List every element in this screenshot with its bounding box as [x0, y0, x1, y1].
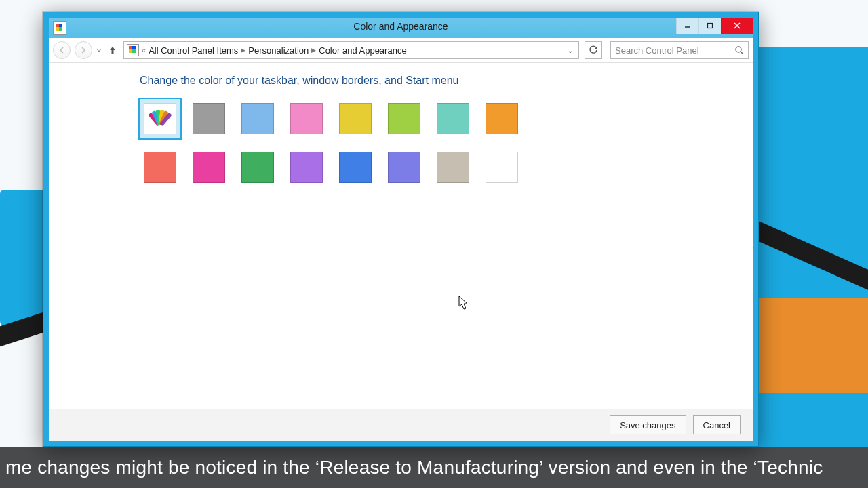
color-swatch[interactable]: [237, 148, 278, 187]
color-swatch[interactable]: [481, 99, 522, 138]
chevron-right-icon: ▶: [311, 47, 316, 54]
color-swatch[interactable]: [286, 99, 327, 138]
swatch-fill: [339, 103, 372, 134]
swatch-fill: [339, 152, 372, 183]
swatch-fill: [486, 152, 518, 183]
search-icon: [734, 45, 744, 55]
maximize-icon: [707, 22, 713, 29]
color-swatch-automatic[interactable]: [140, 99, 180, 138]
swatch-fill: [241, 152, 274, 183]
maximize-button[interactable]: [698, 18, 721, 34]
color-swatch[interactable]: [433, 99, 473, 138]
breadcrumb-lead: «: [142, 46, 146, 54]
caption-overlay: me changes might be noticed in the ‘Rele…: [0, 447, 868, 488]
close-button[interactable]: [721, 18, 753, 34]
breadcrumb-item[interactable]: All Control Panel Items: [149, 45, 238, 56]
breadcrumb-item[interactable]: Color and Appearance: [319, 45, 406, 56]
swatch-fill: [437, 152, 469, 183]
swatch-fill: [193, 103, 225, 134]
color-fan-icon: [149, 108, 172, 129]
swatch-fill: [144, 103, 176, 134]
search-input[interactable]: Search Control Panel: [610, 41, 749, 59]
desktop-shape: [760, 298, 868, 393]
color-swatch[interactable]: [189, 99, 229, 138]
cancel-button[interactable]: Cancel: [693, 415, 741, 434]
minimize-button[interactable]: [676, 18, 698, 34]
history-dropdown-icon[interactable]: [96, 47, 102, 54]
swatch-fill: [388, 103, 420, 134]
breadcrumb: « All Control Panel Items ▶ Personalizat…: [142, 45, 562, 56]
color-swatch[interactable]: [335, 148, 376, 187]
color-swatch-grid: [140, 99, 728, 187]
arrow-left-icon: [58, 47, 65, 54]
swatch-fill: [290, 152, 323, 183]
forward-button[interactable]: [75, 41, 92, 59]
desktop-root: Color and Appearance: [0, 0, 868, 488]
page-heading: Change the color of your taskbar, window…: [140, 75, 728, 87]
window-inner: Color and Appearance: [49, 18, 753, 441]
color-swatch[interactable]: [237, 99, 278, 138]
close-icon: [733, 22, 741, 30]
arrow-up-icon: [108, 45, 117, 55]
swatch-fill: [486, 103, 518, 134]
swatch-fill: [290, 103, 323, 134]
swatch-fill: [144, 152, 176, 183]
refresh-icon: [589, 45, 598, 55]
window-title: Color and Appearance: [49, 21, 753, 32]
address-dropdown[interactable]: ⌄: [565, 47, 576, 54]
color-swatch[interactable]: [335, 99, 376, 138]
chevron-right-icon: ▶: [241, 47, 245, 54]
svg-rect-1: [708, 24, 713, 28]
location-icon: [127, 44, 139, 56]
search-placeholder: Search Control Panel: [615, 45, 730, 56]
refresh-button[interactable]: [585, 41, 602, 59]
swatch-fill: [437, 103, 469, 134]
back-button[interactable]: [53, 41, 71, 59]
svg-point-4: [736, 47, 741, 52]
color-swatch[interactable]: [384, 99, 425, 138]
address-bar[interactable]: « All Control Panel Items ▶ Personalizat…: [123, 41, 579, 59]
color-swatch[interactable]: [481, 148, 522, 187]
desktop-shape: [0, 190, 46, 325]
save-button[interactable]: Save changes: [610, 415, 686, 434]
breadcrumb-item[interactable]: Personalization: [248, 45, 309, 56]
nav-row: « All Control Panel Items ▶ Personalizat…: [49, 38, 753, 63]
color-swatch[interactable]: [286, 148, 327, 187]
title-bar[interactable]: Color and Appearance: [49, 18, 753, 39]
arrow-right-icon: [80, 47, 87, 54]
color-swatch[interactable]: [384, 148, 425, 187]
swatch-fill: [241, 103, 274, 134]
content-area: Change the color of your taskbar, window…: [49, 62, 753, 409]
color-swatch[interactable]: [189, 148, 229, 187]
footer-bar: Save changes Cancel: [49, 409, 753, 441]
swatch-fill: [388, 152, 420, 183]
caption-text: me changes might be noticed in the ‘Rele…: [5, 457, 823, 479]
color-swatch[interactable]: [140, 148, 180, 187]
window-buttons: [676, 18, 753, 34]
swatch-fill: [193, 152, 225, 183]
color-swatch[interactable]: [433, 148, 473, 187]
minimize-icon: [684, 22, 691, 29]
up-button[interactable]: [106, 43, 119, 57]
window: Color and Appearance: [43, 12, 759, 447]
svg-line-5: [741, 52, 743, 54]
